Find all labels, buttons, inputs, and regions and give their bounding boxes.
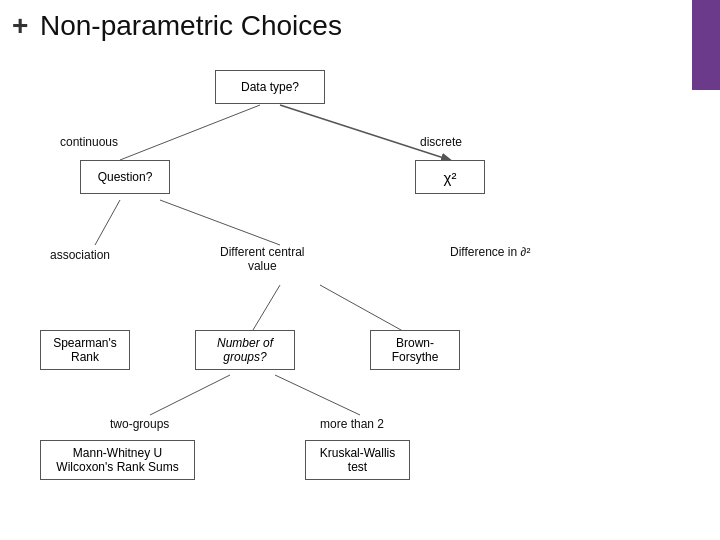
label-more-than-2: more than 2	[320, 417, 384, 431]
svg-line-2	[95, 200, 120, 245]
label-discrete: discrete	[420, 135, 462, 149]
diagram: Data type? continuous discrete Question?…	[20, 60, 680, 530]
svg-line-3	[160, 200, 280, 245]
label-difference-in: Difference in ∂²	[450, 245, 530, 259]
box-number-groups: Number of groups?	[195, 330, 295, 370]
box-spearman: Spearman's Rank	[40, 330, 130, 370]
svg-line-1	[280, 105, 450, 160]
svg-line-5	[320, 285, 410, 335]
label-two-groups: two-groups	[110, 417, 169, 431]
box-brown-forsythe: Brown- Forsythe	[370, 330, 460, 370]
decoration-bar	[692, 0, 720, 90]
svg-line-0	[120, 105, 260, 160]
box-kruskal: Kruskal-Wallis test	[305, 440, 410, 480]
svg-line-7	[275, 375, 360, 415]
box-chi2: χ²	[415, 160, 485, 194]
box-mann-whitney: Mann-Whitney U Wilcoxon's Rank Sums	[40, 440, 195, 480]
svg-line-6	[150, 375, 230, 415]
box-question: Question?	[80, 160, 170, 194]
box-data-type: Data type?	[215, 70, 325, 104]
label-association: association	[50, 248, 110, 262]
label-continuous: continuous	[60, 135, 118, 149]
svg-line-4	[250, 285, 280, 335]
label-different-central: Different central value	[220, 245, 305, 273]
slide-title: Non-parametric Choices	[40, 10, 342, 42]
plus-sign: +	[12, 10, 28, 42]
